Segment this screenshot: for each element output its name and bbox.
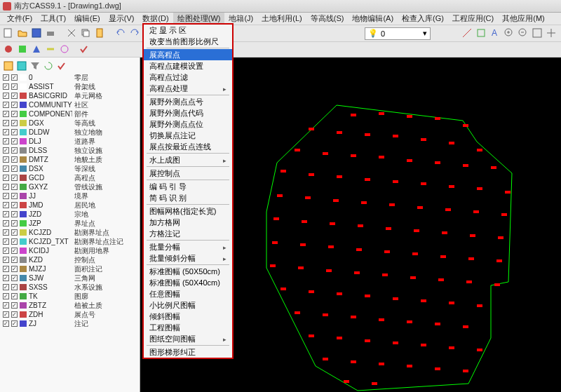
layer-combo[interactable]: 💡 0 ▾ — [365, 27, 431, 40]
layer-visible-checkbox[interactable] — [3, 156, 9, 163]
layer-color-swatch[interactable] — [20, 238, 27, 245]
layer-check-icon[interactable] — [56, 60, 67, 72]
menu-地物编辑(A)[interactable]: 地物编辑(A) — [348, 13, 398, 25]
layer-visible-checkbox[interactable] — [3, 175, 9, 181]
layer-row[interactable]: GXYZ管线设施 — [1, 182, 138, 191]
layer-lock-checkbox[interactable] — [11, 302, 18, 309]
layer-color-swatch[interactable] — [20, 229, 27, 236]
layer-visible-checkbox[interactable] — [3, 284, 9, 290]
menuitem-改变当前图形比例尺[interactable]: 改变当前图形比例尺 — [144, 36, 232, 47]
layer-row[interactable]: SXSS水系设施 — [1, 283, 138, 292]
layer-lock-checkbox[interactable] — [11, 138, 18, 144]
menu-工程应用(C)[interactable]: 工程应用(C) — [448, 13, 498, 25]
layer-row[interactable]: BASICGRID单元网格 — [1, 91, 138, 100]
layer-visible-checkbox[interactable] — [3, 238, 9, 245]
menuitem-展野外测点点号[interactable]: 展野外测点点号 — [144, 96, 232, 107]
menu-等高线(S)[interactable]: 等高线(S) — [306, 13, 349, 25]
layer-lock-checkbox[interactable] — [11, 311, 18, 318]
layer-lock-checkbox[interactable] — [11, 275, 18, 281]
menu-其他应用(M)[interactable]: 其他应用(M) — [498, 13, 549, 25]
menuitem-高程点过滤[interactable]: 高程点过滤 — [144, 72, 232, 83]
layer-lock-checkbox[interactable] — [11, 211, 18, 217]
menuitem-切换展点注记[interactable]: 切换展点注记 — [144, 130, 232, 141]
layer-row[interactable]: ZDH展点号 — [1, 310, 138, 319]
layer-lock-checkbox[interactable] — [11, 266, 18, 272]
layer-row[interactable]: DMTZ地貌土质 — [1, 155, 138, 164]
layer-visible-checkbox[interactable] — [3, 120, 9, 126]
layer-visible-checkbox[interactable] — [3, 311, 9, 318]
layer-lock-checkbox[interactable] — [11, 284, 18, 290]
layer-visible-checkbox[interactable] — [3, 193, 9, 199]
zoom-out-icon[interactable] — [518, 27, 530, 40]
layer-visible-checkbox[interactable] — [3, 202, 9, 208]
zoom-ext-icon[interactable] — [532, 27, 544, 40]
menuitem-标准图幅 (50X50cm)[interactable]: 标准图幅 (50X50cm) — [144, 266, 232, 277]
layer-visible-checkbox[interactable] — [3, 138, 9, 144]
layer-color-swatch[interactable] — [20, 83, 27, 90]
layer-color-swatch[interactable] — [20, 184, 27, 190]
layer-color-swatch[interactable] — [20, 111, 27, 117]
menuitem-批量分幅[interactable]: 批量分幅 — [144, 241, 232, 252]
layer-visible-checkbox[interactable] — [3, 248, 9, 254]
layer-row[interactable]: JJ境界 — [1, 191, 138, 201]
layer-row[interactable]: ASSIST骨架线 — [1, 82, 138, 91]
layer-color-swatch[interactable] — [20, 293, 27, 299]
menu-土地利用(L)[interactable]: 土地利用(L) — [257, 13, 306, 25]
menuitem-批量倾斜分幅[interactable]: 批量倾斜分幅 — [144, 252, 232, 264]
menu-文件(F)[interactable]: 文件(F) — [3, 13, 36, 25]
layer-row[interactable]: ZJ注记 — [1, 319, 138, 328]
layer-lock-checkbox[interactable] — [11, 220, 18, 227]
layer-color-swatch[interactable] — [20, 220, 27, 227]
menuitem-加方格网[interactable]: 加方格网 — [144, 217, 232, 228]
menuitem-简 码 识 别[interactable]: 简 码 识 别 — [144, 192, 232, 203]
menuitem-展高程点[interactable]: 展高程点 — [144, 49, 232, 60]
menuitem-方格注记[interactable]: 方格注记 — [144, 228, 232, 239]
layer-row[interactable]: 0零层 — [1, 73, 138, 82]
layer-color-swatch[interactable] — [20, 302, 27, 309]
menuitem-标准图幅 (50X40cm)[interactable]: 标准图幅 (50X40cm) — [144, 277, 232, 288]
layer-lock-checkbox[interactable] — [11, 111, 18, 117]
layer-row[interactable]: JZD宗地 — [1, 210, 138, 219]
tool-e-icon[interactable] — [59, 43, 72, 56]
layer-lock-checkbox[interactable] — [11, 229, 18, 236]
tool-c-icon[interactable] — [31, 43, 43, 56]
menuitem-倾斜图幅[interactable]: 倾斜图幅 — [144, 311, 232, 322]
layer-color-swatch[interactable] — [20, 211, 27, 217]
layer-row[interactable]: JMD居民地 — [1, 201, 138, 210]
layer-lock-checkbox[interactable] — [11, 165, 18, 172]
layer-color-swatch[interactable] — [20, 120, 27, 126]
layer-lock-checkbox[interactable] — [11, 320, 18, 327]
layer-row[interactable]: JZP界址点 — [1, 219, 138, 228]
menu-编辑(E)[interactable]: 编辑(E) — [70, 13, 104, 25]
measure-icon[interactable] — [461, 27, 474, 40]
redo-icon[interactable] — [129, 27, 142, 40]
layer-props-icon[interactable] — [16, 60, 27, 72]
layer-row[interactable]: SJW三角网 — [1, 273, 138, 283]
layer-color-swatch[interactable] — [20, 102, 27, 108]
layer-visible-checkbox[interactable] — [3, 293, 9, 299]
layer-color-swatch[interactable] — [20, 193, 27, 199]
layer-lock-checkbox[interactable] — [11, 83, 18, 90]
layer-lock-checkbox[interactable] — [11, 202, 18, 208]
layer-visible-checkbox[interactable] — [3, 184, 9, 190]
layer-color-swatch[interactable] — [20, 147, 27, 154]
layer-visible-checkbox[interactable] — [3, 275, 9, 281]
layer-row[interactable]: KZD控制点 — [1, 255, 138, 264]
undo-icon[interactable] — [115, 27, 128, 40]
layer-lock-checkbox[interactable] — [11, 175, 18, 181]
menuitem-工程图幅[interactable]: 工程图幅 — [144, 322, 232, 333]
layer-row[interactable]: DLSS独立设施 — [1, 146, 138, 155]
layer-visible-checkbox[interactable] — [3, 129, 9, 135]
layer-visible-checkbox[interactable] — [3, 229, 9, 236]
menuitem-水上成图[interactable]: 水上成图 — [144, 154, 232, 165]
layer-color-swatch[interactable] — [20, 284, 27, 290]
menuitem-展野外测点点位[interactable]: 展野外测点点位 — [144, 119, 232, 130]
menuitem-展控制点[interactable]: 展控制点 — [144, 168, 232, 179]
layer-color-swatch[interactable] — [20, 257, 27, 263]
layer-color-swatch[interactable] — [20, 202, 27, 208]
layer-color-swatch[interactable] — [20, 156, 27, 163]
print-icon[interactable] — [45, 27, 58, 40]
layer-visible-checkbox[interactable] — [3, 165, 9, 172]
menuitem-高程点建模设置[interactable]: 高程点建模设置 — [144, 60, 232, 72]
pan-icon[interactable] — [546, 27, 558, 40]
